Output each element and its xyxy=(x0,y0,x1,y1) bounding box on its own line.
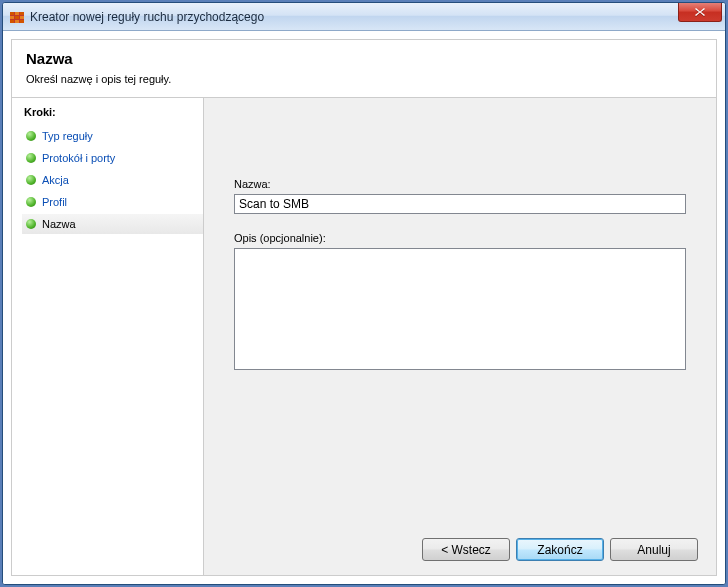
step-protocol-ports[interactable]: Protokół i porty xyxy=(22,148,203,168)
step-profile[interactable]: Profil xyxy=(22,192,203,212)
svg-rect-4 xyxy=(10,16,14,19)
step-label: Akcja xyxy=(42,174,69,186)
bullet-icon xyxy=(26,197,36,207)
name-input[interactable] xyxy=(234,194,686,214)
wizard-header: Nazwa Określ nazwę i opis tej reguły. xyxy=(11,39,717,98)
step-label: Typ reguły xyxy=(42,130,93,142)
step-rule-type[interactable]: Typ reguły xyxy=(22,126,203,146)
wizard-body: Kroki: Typ reguły Protokół i porty Akcja… xyxy=(11,98,717,576)
step-action[interactable]: Akcja xyxy=(22,170,203,190)
svg-rect-8 xyxy=(15,20,19,23)
main-panel: Nazwa: Opis (opcjonalnie): < Wstecz Zako… xyxy=(204,98,716,575)
firewall-icon xyxy=(9,9,25,25)
window-title: Kreator nowej reguły ruchu przychodząceg… xyxy=(30,10,264,24)
client-area: Nazwa Określ nazwę i opis tej reguły. Kr… xyxy=(3,31,725,584)
steps-heading: Kroki: xyxy=(22,106,203,118)
step-label: Profil xyxy=(42,196,67,208)
page-subtitle: Określ nazwę i opis tej reguły. xyxy=(26,73,702,85)
svg-rect-7 xyxy=(10,20,14,23)
bullet-icon xyxy=(26,219,36,229)
step-name[interactable]: Nazwa xyxy=(22,214,203,234)
back-button[interactable]: < Wstecz xyxy=(422,538,510,561)
close-icon xyxy=(694,7,706,17)
svg-rect-5 xyxy=(15,16,19,19)
finish-button[interactable]: Zakończ xyxy=(516,538,604,561)
svg-rect-6 xyxy=(20,16,24,19)
page-title: Nazwa xyxy=(26,50,702,67)
step-label: Protokół i porty xyxy=(42,152,115,164)
description-field-group: Opis (opcjonalnie): xyxy=(234,232,686,373)
svg-rect-2 xyxy=(15,12,19,15)
title-bar: Kreator nowej reguły ruchu przychodząceg… xyxy=(3,3,725,31)
bullet-icon xyxy=(26,153,36,163)
name-label: Nazwa: xyxy=(234,178,686,190)
close-button[interactable] xyxy=(678,2,722,22)
wizard-buttons: < Wstecz Zakończ Anuluj xyxy=(422,538,698,561)
name-field-group: Nazwa: xyxy=(234,178,686,214)
description-input[interactable] xyxy=(234,248,686,370)
svg-rect-3 xyxy=(20,12,24,15)
wizard-window: Kreator nowej reguły ruchu przychodząceg… xyxy=(2,2,726,585)
bullet-icon xyxy=(26,175,36,185)
svg-rect-1 xyxy=(10,12,14,15)
steps-sidebar: Kroki: Typ reguły Protokół i porty Akcja… xyxy=(12,98,204,575)
bullet-icon xyxy=(26,131,36,141)
cancel-button[interactable]: Anuluj xyxy=(610,538,698,561)
svg-rect-9 xyxy=(20,20,24,23)
description-label: Opis (opcjonalnie): xyxy=(234,232,686,244)
step-label: Nazwa xyxy=(42,218,76,230)
